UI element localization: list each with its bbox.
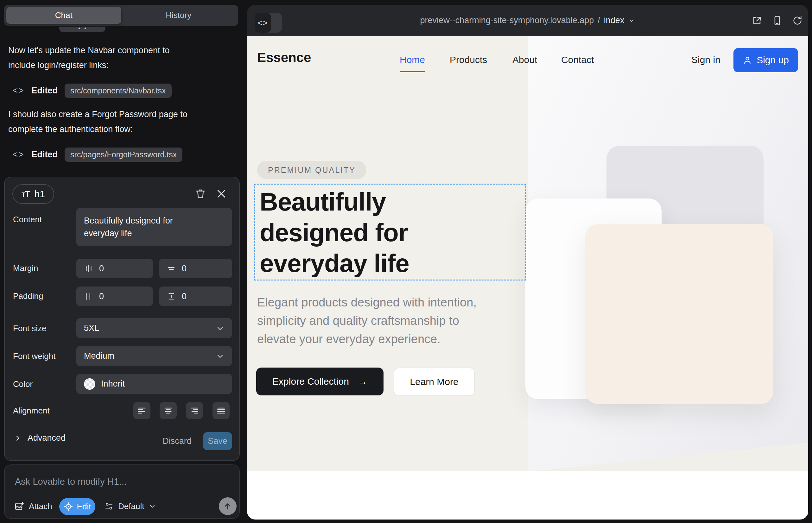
arrow-right-icon: → bbox=[358, 376, 367, 387]
color-swatch bbox=[84, 378, 95, 390]
refresh-button[interactable] bbox=[791, 14, 804, 27]
save-button[interactable]: Save bbox=[203, 432, 232, 450]
font-size-value: 5XL bbox=[84, 323, 99, 333]
margin-vertical-value: 0 bbox=[182, 264, 187, 273]
chat-message-line: I should also create a Forgot Password p… bbox=[8, 107, 227, 122]
chevron-down-icon bbox=[148, 502, 156, 510]
padding-horizontal-icon bbox=[84, 292, 93, 301]
margin-horizontal-value: 0 bbox=[99, 264, 104, 273]
prompt-composer: Ask Lovable to modify H1... Attach Edit … bbox=[4, 465, 240, 519]
margin-label: Margin bbox=[13, 264, 38, 273]
preview-pane: <> preview--charming-site-symphony.lovab… bbox=[247, 5, 808, 520]
smartphone-icon bbox=[772, 15, 782, 26]
align-right-icon bbox=[189, 405, 199, 416]
sign-up-button[interactable]: Sign up bbox=[734, 48, 798, 72]
content-value-line: Beautifully designed for bbox=[84, 214, 173, 227]
font-weight-value: Medium bbox=[84, 351, 114, 361]
tab-history[interactable]: History bbox=[121, 7, 236, 24]
font-weight-select[interactable]: Medium bbox=[76, 346, 232, 366]
nav-link-products[interactable]: Products bbox=[450, 54, 487, 65]
element-tag-name: h1 bbox=[35, 189, 45, 199]
sliders-icon bbox=[104, 502, 114, 511]
chevron-right-icon bbox=[14, 434, 22, 442]
default-label: Default bbox=[118, 502, 144, 511]
code-icon: <> bbox=[13, 86, 25, 96]
chevron-down-icon bbox=[216, 352, 225, 361]
lovable-editor-screen: Chat History Now let's update the Navbar… bbox=[0, 0, 812, 523]
file-badge[interactable]: src/components/Navbar.tsx bbox=[65, 84, 172, 98]
padding-horizontal-input[interactable]: 0 bbox=[76, 287, 153, 306]
chat-message-line: include login/register links: bbox=[8, 58, 227, 73]
align-justify-button[interactable] bbox=[212, 402, 230, 419]
edited-file-row: <> Edited src/pages/ForgotPassword.tsx bbox=[13, 146, 182, 163]
margin-vertical-icon bbox=[166, 264, 176, 273]
align-left-icon bbox=[137, 405, 147, 416]
padding-horizontal-value: 0 bbox=[99, 292, 104, 301]
edit-mode-button[interactable]: Edit bbox=[59, 498, 95, 515]
send-button[interactable] bbox=[219, 497, 236, 515]
nav-link-home[interactable]: Home bbox=[400, 54, 425, 72]
content-label: Content bbox=[13, 215, 42, 224]
element-editor-panel: тT h1 Content Beautifully designed for e… bbox=[4, 177, 240, 461]
learn-more-button[interactable]: Learn More bbox=[394, 367, 475, 396]
delete-element-button[interactable] bbox=[193, 186, 208, 201]
chevron-down-icon[interactable] bbox=[628, 17, 635, 24]
user-icon bbox=[743, 55, 752, 65]
align-right-button[interactable] bbox=[186, 402, 203, 419]
align-center-icon bbox=[163, 405, 173, 416]
font-size-label: Font size bbox=[13, 324, 47, 333]
target-icon bbox=[64, 502, 73, 511]
url-separator: / bbox=[598, 16, 600, 25]
padding-vertical-input[interactable]: 0 bbox=[159, 287, 232, 306]
refresh-icon bbox=[792, 15, 803, 26]
color-select[interactable]: Inherit bbox=[76, 374, 232, 394]
preview-url: preview--charming-site-symphony.lovable.… bbox=[420, 16, 594, 25]
chat-message: I should also create a Forgot Password p… bbox=[8, 107, 227, 137]
page-selector[interactable]: index bbox=[604, 16, 624, 25]
chat-history-tabs: Chat History bbox=[4, 5, 238, 26]
margin-horizontal-icon bbox=[84, 264, 93, 273]
margin-vertical-input[interactable]: 0 bbox=[159, 259, 232, 278]
edit-label: Edit bbox=[77, 502, 91, 511]
align-center-button[interactable] bbox=[160, 402, 177, 419]
font-weight-label: Font weight bbox=[13, 351, 55, 361]
color-value: Inherit bbox=[101, 379, 125, 389]
hero-shape-beige-card bbox=[585, 224, 773, 404]
align-left-button[interactable] bbox=[133, 402, 151, 419]
align-justify-icon bbox=[216, 405, 226, 416]
edited-file-row: <> Edited src/components/Navbar.tsx bbox=[13, 82, 172, 99]
content-input[interactable]: Beautifully designed for everyday life bbox=[76, 208, 232, 246]
explore-collection-button[interactable]: Explore Collection → bbox=[256, 367, 384, 395]
hero-description: Elegant products designed with intention… bbox=[257, 293, 530, 348]
font-size-select[interactable]: 5XL bbox=[76, 318, 232, 338]
attach-button[interactable]: Attach bbox=[14, 497, 52, 515]
open-external-icon bbox=[752, 15, 762, 26]
close-panel-button[interactable] bbox=[214, 186, 229, 201]
margin-horizontal-input[interactable]: 0 bbox=[76, 259, 153, 278]
nav-link-contact[interactable]: Contact bbox=[561, 54, 594, 65]
close-icon bbox=[216, 188, 227, 199]
edited-label: Edited bbox=[32, 86, 58, 96]
padding-vertical-value: 0 bbox=[182, 292, 187, 301]
alignment-label: Alignment bbox=[13, 406, 50, 416]
sign-in-link[interactable]: Sign in bbox=[691, 54, 721, 65]
advanced-label: Advanced bbox=[28, 433, 66, 443]
tab-chat[interactable]: Chat bbox=[6, 7, 121, 24]
chat-message: Now let's update the Navbar component to… bbox=[8, 43, 227, 73]
hero-headline: Beautifully designed for everyday life bbox=[260, 186, 409, 278]
advanced-toggle[interactable]: Advanced bbox=[14, 433, 66, 443]
element-tag-pill: тT h1 bbox=[12, 184, 54, 204]
file-badge[interactable]: src/pages/ForgotPassword.tsx bbox=[65, 147, 182, 162]
open-external-button[interactable] bbox=[751, 14, 763, 27]
clipped-badge bbox=[59, 26, 105, 32]
discard-button[interactable]: Discard bbox=[161, 432, 194, 450]
selected-h1-element[interactable]: Beautifully designed for everyday life bbox=[254, 184, 526, 281]
default-mode-button[interactable]: Default bbox=[104, 497, 156, 515]
mobile-view-button[interactable] bbox=[771, 14, 783, 27]
nav-link-about[interactable]: About bbox=[512, 54, 537, 65]
preview-url-bar: preview--charming-site-symphony.lovable.… bbox=[247, 5, 808, 36]
site-brand[interactable]: Essence bbox=[257, 50, 311, 65]
code-icon: <> bbox=[13, 150, 25, 160]
explore-collection-label: Explore Collection bbox=[272, 376, 349, 387]
composer-input[interactable]: Ask Lovable to modify H1... bbox=[15, 476, 127, 487]
